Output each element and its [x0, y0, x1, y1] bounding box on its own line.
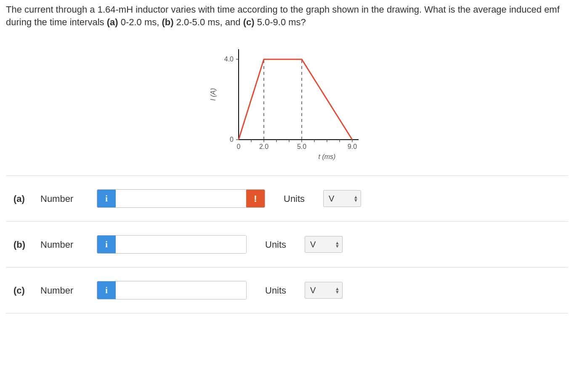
part-label: (b)	[13, 238, 30, 251]
unit-value: V	[329, 193, 334, 204]
number-field-c[interactable]	[116, 281, 246, 299]
current-vs-time-chart: 02.05.09.004.0t (ms)I (A)	[203, 37, 371, 163]
part-a-label: (a)	[107, 17, 118, 27]
stepper-arrows-icon: ▲ ▼	[335, 241, 340, 248]
question-text: The current through a 1.64-mH inductor v…	[6, 3, 566, 28]
unit-value: V	[310, 285, 316, 296]
number-input-b[interactable]: i	[97, 235, 247, 254]
svg-text:5.0: 5.0	[297, 143, 306, 150]
answer-row-a: (a) Number i ! Units V ▲ ▼	[6, 176, 568, 222]
svg-text:4.0: 4.0	[224, 56, 234, 63]
units-select-a[interactable]: V ▲ ▼	[323, 190, 361, 207]
part-c-label: (c)	[243, 17, 255, 27]
answer-sections: (a) Number i ! Units V ▲ ▼ (b) Number i …	[6, 175, 568, 313]
stepper-arrows-icon: ▲ ▼	[335, 287, 340, 294]
svg-text:0: 0	[230, 136, 234, 143]
part-c-text: 5.0-9.0 ms?	[255, 17, 306, 27]
number-field-a[interactable]	[116, 190, 246, 207]
part-a-text: 0-2.0 ms,	[118, 17, 162, 27]
svg-text:2.0: 2.0	[259, 143, 268, 150]
number-label: Number	[40, 284, 87, 297]
part-label: (c)	[13, 284, 30, 297]
svg-text:I (A): I (A)	[210, 88, 217, 101]
number-input-c[interactable]: i	[97, 281, 247, 299]
svg-text:9.0: 9.0	[348, 143, 357, 150]
units-select-c[interactable]: V ▲ ▼	[305, 282, 343, 299]
warning-icon: !	[246, 190, 265, 207]
part-b-text: 2.0-5.0 ms, and	[174, 17, 243, 27]
info-icon[interactable]: i	[97, 190, 116, 207]
part-label: (a)	[13, 193, 30, 205]
answer-row-c: (c) Number i Units V ▲ ▼	[6, 268, 568, 313]
number-label: Number	[40, 193, 87, 205]
number-field-b[interactable]	[116, 236, 246, 253]
units-label: Units	[265, 238, 295, 251]
stepper-arrows-icon: ▲ ▼	[353, 195, 358, 202]
info-icon[interactable]: i	[97, 281, 116, 299]
units-select-b[interactable]: V ▲ ▼	[305, 236, 343, 253]
units-label: Units	[284, 193, 313, 205]
svg-text:t (ms): t (ms)	[319, 153, 336, 160]
unit-value: V	[310, 239, 316, 250]
number-input-a[interactable]: i !	[97, 189, 265, 208]
svg-text:0: 0	[237, 143, 241, 150]
info-icon[interactable]: i	[97, 236, 116, 253]
number-label: Number	[40, 238, 87, 251]
units-label: Units	[265, 284, 295, 297]
part-b-label: (b)	[162, 17, 173, 27]
answer-row-b: (b) Number i Units V ▲ ▼	[6, 222, 568, 268]
